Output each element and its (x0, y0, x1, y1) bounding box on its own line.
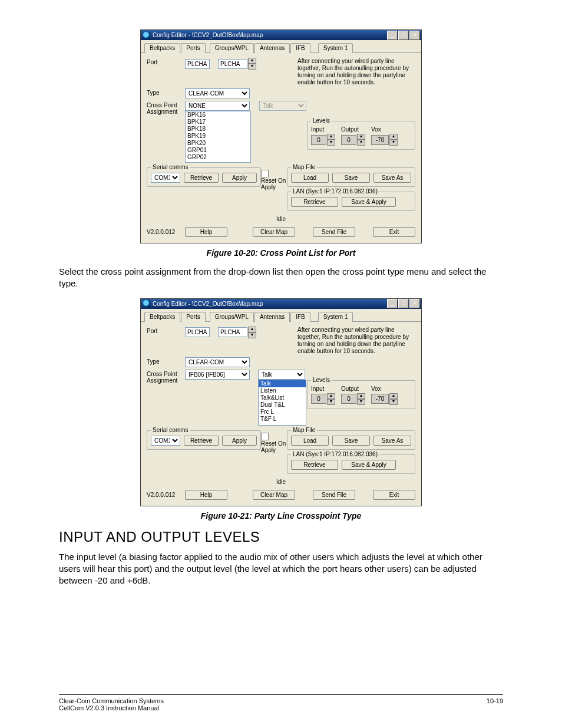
lan-save-apply-button[interactable]: Save & Apply (342, 197, 396, 207)
tab-system1[interactable]: System 1 (318, 312, 353, 322)
input-level-spinner[interactable]: ▲▼ (327, 134, 335, 146)
port-label: Port (147, 58, 185, 65)
tab-ports[interactable]: Ports (181, 312, 205, 322)
list-item[interactable]: GRP02 (186, 154, 250, 161)
lan-retrieve-button[interactable]: Retrieve (291, 460, 338, 470)
checkbox-icon (261, 433, 269, 440)
maximize-icon[interactable]: □ (398, 299, 409, 308)
tab-beltpacks[interactable]: Beltpacks (144, 312, 180, 322)
saveas-button[interactable]: Save As (373, 173, 411, 183)
list-item[interactable]: GRP01 (186, 147, 250, 154)
port-spin-buttons[interactable]: ▲▼ (248, 327, 256, 338)
config-editor-window-2: Config Editor - \CCV2_OutOfBoxMap.map _ … (140, 298, 422, 506)
type-label: Type (147, 357, 185, 365)
minimize-icon[interactable]: _ (387, 31, 398, 40)
xpt-label: Cross Point Assignment (147, 101, 185, 115)
tab-groups[interactable]: Groups/WPL (210, 43, 254, 53)
serial-port-select[interactable]: COM1 (151, 173, 180, 183)
tab-row: Beltpacks Ports Groups/WPL Antennas IFB … (141, 309, 421, 322)
exit-button[interactable]: Exit (373, 227, 415, 237)
serial-retrieve-button[interactable]: Retrieve (184, 436, 219, 446)
serial-apply-button[interactable]: Apply (222, 436, 257, 446)
list-item[interactable]: Listen (259, 387, 306, 394)
list-item[interactable]: BPK19 (186, 133, 250, 140)
type-select[interactable]: CLEAR-COM (185, 357, 250, 367)
figure-caption-1: Figure 10-20: Cross Point List for Port (59, 248, 503, 258)
close-icon[interactable]: × (409, 299, 420, 308)
vox-level-spinner[interactable]: ▲▼ (389, 134, 398, 146)
version-label: V2.0.0.012 (147, 229, 185, 235)
figure-caption-2: Figure 10-21: Party Line Crosspoint Type (59, 511, 503, 521)
tab-ifb[interactable]: IFB (290, 312, 310, 322)
output-level-spinner[interactable]: ▲▼ (357, 134, 365, 146)
port-spin-field[interactable] (218, 59, 247, 69)
serial-port-select[interactable]: COM1 (151, 436, 180, 446)
list-item[interactable]: Frc L (259, 409, 306, 416)
port-text[interactable] (185, 59, 210, 69)
talk-select[interactable]: Talk (258, 370, 305, 380)
maximize-icon[interactable]: □ (398, 31, 409, 40)
load-button[interactable]: Load (291, 173, 329, 183)
output-level-value: 0 (341, 135, 356, 145)
map-file-group: Map File Load Save Save As (287, 167, 415, 187)
list-item[interactable]: Dual T&L (259, 401, 306, 409)
port-spin-buttons[interactable]: ▲▼ (248, 58, 256, 70)
serial-apply-button[interactable]: Apply (222, 173, 257, 183)
help-button[interactable]: Help (185, 490, 227, 500)
list-item[interactable]: T&F L (259, 416, 306, 423)
list-item[interactable]: Talk (259, 380, 306, 387)
autonull-info: After connecting your wired party line t… (297, 58, 415, 86)
body-paragraph-1: Select the cross point assignment from t… (59, 266, 503, 290)
list-item[interactable]: BPK16 (186, 111, 250, 118)
tab-ports[interactable]: Ports (181, 43, 205, 53)
save-button[interactable]: Save (332, 173, 370, 183)
lan-group: LAN (Sys:1 IP:172.016.082.036) Retrieve … (287, 192, 415, 211)
status-text: Idle (147, 476, 415, 490)
talk-listbox[interactable]: Talk Listen Talk&List Dual T&L Frc L T&F… (258, 380, 306, 426)
serial-comms-group: Serial comms COM1 Retrieve Apply (147, 430, 261, 450)
list-item[interactable]: BPK17 (186, 118, 250, 126)
tab-antennas[interactable]: Antennas (254, 312, 290, 322)
levels-legend: Levels (311, 117, 332, 124)
level-input: Input 0 ▲▼ (311, 126, 335, 146)
port-text[interactable] (185, 327, 210, 337)
serial-retrieve-button[interactable]: Retrieve (184, 173, 219, 183)
help-button[interactable]: Help (185, 227, 227, 237)
send-file-button[interactable]: Send File (313, 227, 355, 237)
autonull-info: After connecting your wired party line t… (297, 327, 415, 355)
exit-button[interactable]: Exit (373, 490, 415, 500)
xpt-label: Cross Point Assignment (147, 370, 185, 384)
port-spin-field[interactable] (218, 327, 247, 337)
save-button[interactable]: Save (332, 436, 370, 446)
xpt-select[interactable]: IFB06 [IFB06] (185, 370, 250, 380)
levels-group: Levels Input 0 ▲▼ Output 0 (307, 121, 415, 150)
page-footer: Clear-Com Communication Systems CellCom … (59, 694, 503, 711)
xpt-listbox[interactable]: BPK16 BPK17 BPK18 BPK19 BPK20 GRP01 GRP0… (185, 111, 251, 163)
clear-map-button[interactable]: Clear Map (253, 227, 295, 237)
tab-groups[interactable]: Groups/WPL (210, 312, 254, 322)
tab-antennas[interactable]: Antennas (254, 43, 290, 53)
map-file-group: Map File Load Save Save As (287, 430, 415, 450)
tab-row: Beltpacks Ports Groups/WPL Antennas IFB … (141, 40, 421, 53)
xpt-select[interactable]: NONE (185, 101, 250, 111)
type-select[interactable]: CLEAR-COM (185, 88, 250, 98)
tab-beltpacks[interactable]: Beltpacks (144, 43, 180, 53)
list-item[interactable]: Talk&List (259, 394, 306, 401)
tab-ifb[interactable]: IFB (290, 43, 310, 53)
list-item[interactable]: BPK20 (186, 140, 250, 147)
vox-level-value: -70 (371, 135, 389, 145)
tab-system1[interactable]: System 1 (318, 43, 353, 53)
lan-retrieve-button[interactable]: Retrieve (291, 197, 338, 207)
minimize-icon[interactable]: _ (387, 299, 398, 308)
list-item[interactable]: BPK18 (186, 126, 250, 133)
reset-on-apply-checkbox[interactable]: Reset On Apply (261, 170, 286, 190)
close-icon[interactable]: × (409, 31, 420, 40)
saveas-button[interactable]: Save As (373, 436, 411, 446)
titlebar: Config Editor - \CCV2_OutOfBoxMap.map _ … (141, 30, 421, 40)
send-file-button[interactable]: Send File (313, 490, 355, 500)
status-text: Idle (147, 213, 415, 227)
lan-save-apply-button[interactable]: Save & Apply (342, 460, 396, 470)
reset-on-apply-checkbox[interactable]: Reset On Apply (261, 433, 286, 453)
load-button[interactable]: Load (291, 436, 329, 446)
clear-map-button[interactable]: Clear Map (253, 490, 295, 500)
